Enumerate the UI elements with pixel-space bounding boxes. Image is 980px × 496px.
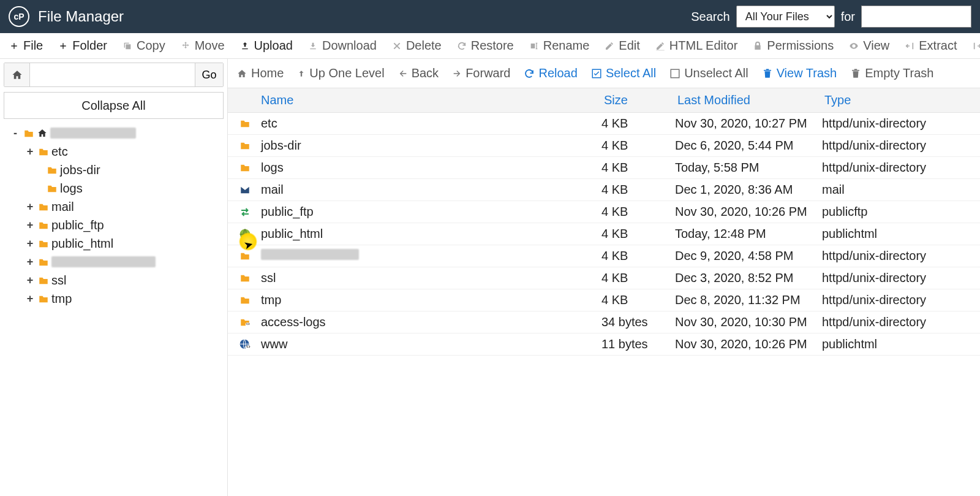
row-size: 4 KB bbox=[601, 249, 675, 263]
nav-selectall-button[interactable]: Select All bbox=[591, 66, 656, 80]
table-row[interactable]: access-logs 34 bytes Nov 30, 2020, 10:30… bbox=[228, 311, 980, 334]
tree-node[interactable]: - x bbox=[4, 124, 224, 142]
search-scope-select[interactable]: All Your Files bbox=[736, 6, 835, 28]
nav-viewtrash-button[interactable]: View Trash bbox=[762, 66, 837, 80]
edit-icon bbox=[604, 40, 615, 52]
action-toolbar: FileFolderCopyMoveUploadDownloadDeleteRe… bbox=[0, 33, 980, 59]
right-icon bbox=[452, 69, 462, 78]
file-button[interactable]: File bbox=[5, 36, 47, 55]
col-modified[interactable]: Last Modified bbox=[675, 93, 822, 107]
tree-node[interactable]: + public_html bbox=[4, 234, 224, 253]
table-row[interactable]: public_html 4 KB Today, 12:48 PM publich… bbox=[228, 223, 980, 245]
row-size: 4 KB bbox=[601, 161, 675, 175]
col-name[interactable]: Name bbox=[258, 93, 601, 107]
home-icon bbox=[236, 69, 247, 78]
path-input[interactable] bbox=[30, 63, 195, 86]
tree-node[interactable]: + public_ftp bbox=[4, 216, 224, 234]
move-icon bbox=[180, 40, 191, 52]
tree-node[interactable]: + etc bbox=[4, 142, 224, 161]
tree-node[interactable]: jobs-dir bbox=[4, 161, 224, 179]
folder-icon bbox=[37, 257, 49, 267]
tree-node[interactable]: + ssl bbox=[4, 271, 224, 289]
table-row[interactable]: 4 KB Dec 9, 2020, 4:58 PM httpd/unix-dir… bbox=[228, 245, 980, 267]
row-type: httpd/unix-directory bbox=[822, 249, 944, 263]
table-row[interactable]: tmp 4 KB Dec 8, 2020, 11:32 PM httpd/uni… bbox=[228, 289, 980, 311]
row-size: 4 KB bbox=[601, 293, 675, 307]
home-icon[interactable] bbox=[4, 63, 30, 86]
expand-toggle[interactable]: + bbox=[26, 216, 34, 234]
table-row[interactable]: logs 4 KB Today, 5:58 PM httpd/unix-dire… bbox=[228, 157, 980, 179]
col-type[interactable]: Type bbox=[822, 93, 944, 107]
move-button: Move bbox=[176, 36, 228, 55]
nav-back-button[interactable]: Back bbox=[398, 66, 439, 80]
search-input[interactable] bbox=[861, 6, 971, 28]
tree-node[interactable]: logs bbox=[4, 179, 224, 197]
row-name: logs bbox=[258, 161, 601, 175]
nav-up-button[interactable]: Up One Level bbox=[297, 66, 384, 80]
main-layout: Go Collapse All - x+ etc jobs-dir logs+ … bbox=[0, 59, 980, 496]
col-size[interactable]: Size bbox=[601, 93, 675, 107]
row-type: httpd/unix-directory bbox=[822, 116, 944, 131]
folder-icon bbox=[232, 295, 258, 306]
nav-home-button[interactable]: Home bbox=[236, 66, 284, 80]
trash-icon bbox=[850, 68, 861, 79]
expand-toggle[interactable]: + bbox=[26, 235, 34, 252]
edit-button: Edit bbox=[600, 36, 643, 55]
row-name: public_html bbox=[258, 227, 601, 241]
extract-button: Extract bbox=[900, 36, 960, 55]
row-type: httpd/unix-directory bbox=[822, 161, 944, 175]
nav-unselectall-button[interactable]: Unselect All bbox=[669, 66, 748, 80]
row-name: tmp bbox=[258, 293, 601, 307]
lock-icon bbox=[752, 40, 763, 52]
compress-button: Comp bbox=[968, 36, 981, 55]
row-modified: Today, 5:58 PM bbox=[675, 161, 822, 175]
table-row[interactable]: mail 4 KB Dec 1, 2020, 8:36 AM mail bbox=[228, 179, 980, 201]
upload-button[interactable]: Upload bbox=[236, 36, 296, 55]
folder-button[interactable]: Folder bbox=[54, 36, 111, 55]
table-row[interactable]: public_ftp 4 KB Nov 30, 2020, 10:26 PM p… bbox=[228, 201, 980, 223]
copy-button: Copy bbox=[118, 36, 169, 55]
nav-emptytrash-button[interactable]: Empty Trash bbox=[850, 66, 933, 80]
nav-toolbar: HomeUp One LevelBackForwardReloadSelect … bbox=[228, 59, 980, 88]
rename-button: Rename bbox=[525, 36, 594, 55]
row-name: etc bbox=[258, 116, 601, 131]
tree-node[interactable]: + tmp bbox=[4, 289, 224, 308]
row-modified: Dec 8, 2020, 11:32 PM bbox=[675, 293, 822, 307]
ftp-icon bbox=[232, 207, 258, 218]
collapse-all-button[interactable]: Collapse All bbox=[4, 92, 224, 119]
table-header: Name Size Last Modified Type bbox=[228, 88, 980, 113]
htmleditor-button: HTML Editor bbox=[651, 36, 742, 55]
row-modified: Nov 30, 2020, 10:30 PM bbox=[675, 315, 822, 329]
expand-toggle[interactable]: + bbox=[26, 253, 34, 270]
go-button[interactable]: Go bbox=[195, 63, 223, 86]
tree-node[interactable]: + x bbox=[4, 253, 224, 271]
row-type: publichtml bbox=[822, 337, 944, 351]
row-size: 11 bytes bbox=[601, 337, 675, 351]
nav-forward-button[interactable]: Forward bbox=[452, 66, 510, 80]
html-icon bbox=[655, 40, 666, 52]
up-icon bbox=[297, 69, 306, 78]
row-modified: Dec 6, 2020, 5:44 PM bbox=[675, 139, 822, 153]
expand-toggle[interactable]: - bbox=[11, 124, 20, 142]
tree-node[interactable]: + mail bbox=[4, 197, 224, 216]
row-name: www bbox=[258, 337, 601, 351]
globe-link-icon bbox=[232, 338, 258, 351]
expand-toggle[interactable]: + bbox=[26, 290, 34, 307]
compress-icon bbox=[972, 40, 981, 52]
table-row[interactable]: ssl 4 KB Dec 3, 2020, 8:52 PM httpd/unix… bbox=[228, 267, 980, 289]
expand-toggle[interactable]: + bbox=[26, 198, 34, 215]
nav-reload-button[interactable]: Reload bbox=[524, 66, 577, 80]
rename-icon bbox=[529, 40, 540, 52]
row-type: httpd/unix-directory bbox=[822, 139, 944, 153]
expand-toggle[interactable]: + bbox=[26, 272, 34, 289]
search-label: Search bbox=[691, 10, 729, 24]
header-search: Search All Your Files for bbox=[691, 6, 971, 28]
expand-toggle[interactable]: + bbox=[26, 143, 34, 160]
table-row[interactable]: jobs-dir 4 KB Dec 6, 2020, 5:44 PM httpd… bbox=[228, 135, 980, 157]
row-size: 4 KB bbox=[601, 205, 675, 219]
row-size: 4 KB bbox=[601, 227, 675, 241]
table-row[interactable]: www 11 bytes Nov 30, 2020, 10:26 PM publ… bbox=[228, 334, 980, 356]
table-row[interactable]: etc 4 KB Nov 30, 2020, 10:27 PM httpd/un… bbox=[228, 113, 980, 135]
trash-icon bbox=[762, 68, 773, 79]
row-type: publichtml bbox=[822, 227, 944, 241]
